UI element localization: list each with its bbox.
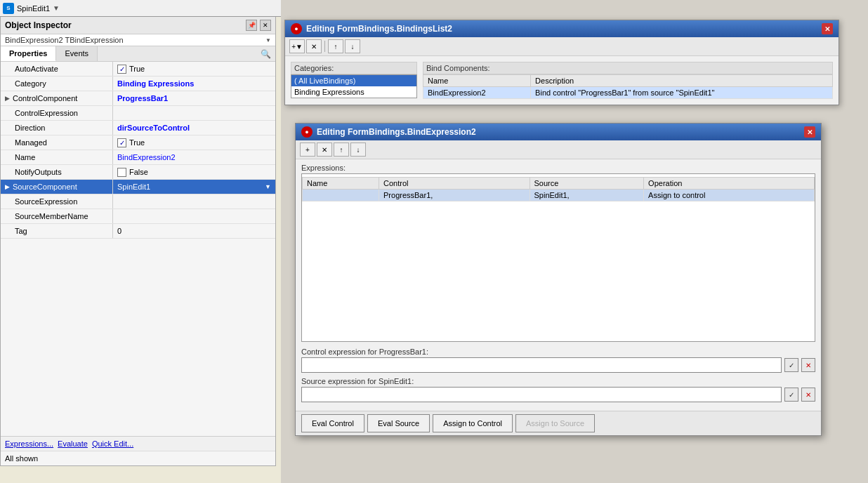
dropdown-arrow-icon: ▼ <box>265 37 271 44</box>
bind-expr-dialog-icon: ● <box>301 126 313 138</box>
prop-val-notifyoutputs[interactable]: False <box>113 166 275 178</box>
prop-row-sourceexpression: SourceExpression <box>1 194 275 209</box>
prop-name-direction: Direction <box>1 121 113 135</box>
prop-row-direction: Direction dirSourceToControl <box>1 121 275 135</box>
bind-col-description: Description <box>531 75 833 87</box>
prop-name-controlcomponent: ▶ControlComponent <box>1 91 113 105</box>
expr-row[interactable]: ProgressBar1, SpinEdit1, Assign to contr… <box>303 190 815 201</box>
bind-expr-titlebar: ● Editing FormBindings.BindExpression2 ✕ <box>296 124 821 140</box>
source-expr-input[interactable] <box>301 387 782 402</box>
bind-expr-dialog: ● Editing FormBindings.BindExpression2 ✕… <box>295 123 822 436</box>
bindings-list-title: Editing FormBindings.BindingsList2 <box>306 24 452 34</box>
categories-panel: Categories: ( All LiveBindings) Binding … <box>291 62 417 99</box>
prop-val-sourceexpression[interactable] <box>113 200 275 203</box>
spinedit-dropdown-arrow[interactable]: ▼ <box>53 4 60 12</box>
toolbar-delete-btn[interactable]: ✕ <box>306 39 322 53</box>
source-expr-cancel-btn[interactable]: ✕ <box>801 388 815 402</box>
prop-val-controlcomponent[interactable]: ProgressBar1 <box>113 93 275 104</box>
prop-name-tag: Tag <box>1 224 113 238</box>
bind-expr-toolbar-up-btn[interactable]: ↑ <box>334 143 349 157</box>
spinedit-icon: S <box>3 3 14 14</box>
prop-name-sourcemembername: SourceMemberName <box>1 209 113 223</box>
control-expr-cancel-btn[interactable]: ✕ <box>801 358 815 372</box>
bind-row[interactable]: BindExpression2 Bind control "ProgressBa… <box>423 87 833 99</box>
close-button[interactable]: ✕ <box>260 20 271 31</box>
object-inspector-controls: 📌 ✕ <box>246 20 271 31</box>
bind-cell-name: BindExpression2 <box>423 87 531 99</box>
control-expr-confirm-btn[interactable]: ✓ <box>784 358 798 372</box>
prop-name-category: Category <box>1 77 113 91</box>
component-dropdown[interactable]: BindExpression2 TBindExpression ▼ <box>1 34 275 46</box>
prop-name-managed: Managed <box>1 135 113 150</box>
autoactivate-checkbox[interactable]: ✓ <box>117 65 126 74</box>
bind-expr-close[interactable]: ✕ <box>804 126 815 138</box>
control-expr-input-row: ✓ ✕ <box>301 357 815 373</box>
bindings-list-close[interactable]: ✕ <box>822 23 833 34</box>
expressions-table: Name Control Source Operation ProgressBa… <box>302 177 815 201</box>
sourcecomponent-dropdown-icon[interactable]: ▼ <box>265 183 271 190</box>
control-expr-input[interactable] <box>301 357 782 373</box>
expressions-link[interactable]: Expressions... <box>5 439 53 448</box>
prop-val-sourcemembername[interactable] <box>113 215 275 218</box>
prop-val-managed[interactable]: ✓ True <box>113 137 275 149</box>
bind-expr-title: Editing FormBindings.BindExpression2 <box>317 127 476 137</box>
bindings-list-icon: ● <box>291 23 302 34</box>
bindings-list-body: Categories: ( All LiveBindings) Binding … <box>285 56 839 105</box>
spindit-toolbar: S SpinEdit1 ▼ <box>0 0 281 17</box>
prop-row-tag: Tag 0 <box>1 224 275 239</box>
bind-components-header: Bind Components: <box>423 62 833 74</box>
inspector-footer: Expressions... Evaluate Quick Edit... <box>1 436 275 451</box>
bind-expr-toolbar-add-btn[interactable]: + <box>300 143 315 157</box>
bind-expr-toolbar-down-btn[interactable]: ↓ <box>350 143 366 157</box>
expr-col-control: Control <box>379 178 530 190</box>
toolbar-down-btn[interactable]: ↓ <box>345 39 360 53</box>
toolbar-add-btn[interactable]: +▼ <box>289 39 305 53</box>
eval-source-button[interactable]: Eval Source <box>367 414 430 432</box>
source-expr-confirm-btn[interactable]: ✓ <box>784 388 798 402</box>
bind-expr-body: Expressions: Name Control Source Operati… <box>296 159 821 411</box>
category-item-binding[interactable]: Binding Expressions <box>291 86 416 98</box>
expr-col-name: Name <box>303 178 379 190</box>
bind-expr-toolbar-delete-btn[interactable]: ✕ <box>317 143 332 157</box>
prop-val-category[interactable]: Binding Expressions <box>113 78 275 89</box>
tab-properties[interactable]: Properties <box>1 46 56 61</box>
expand-icon[interactable]: ▶ <box>5 95 10 102</box>
prop-name-name: Name <box>1 150 113 164</box>
prop-name-sourcecomponent: ▶SourceComponent <box>1 180 113 194</box>
notifyoutputs-checkbox[interactable] <box>117 168 126 177</box>
sourcecomponent-expand-icon[interactable]: ▶ <box>5 183 10 190</box>
expressions-grid: Name Control Source Operation ProgressBa… <box>301 173 815 342</box>
prop-val-direction[interactable]: dirSourceToControl <box>113 122 275 133</box>
assign-source-button[interactable]: Assign to Source <box>515 414 595 432</box>
evaluate-link[interactable]: Evaluate <box>58 439 88 448</box>
prop-val-controlexpression[interactable] <box>113 112 275 114</box>
bind-cell-description: Bind control "ProgressBar1" from source … <box>531 87 833 99</box>
object-inspector-panel: Object Inspector 📌 ✕ BindExpression2 TBi… <box>0 17 276 466</box>
search-icon[interactable]: 🔍 <box>261 49 271 59</box>
prop-val-autoactivate[interactable]: ✓ True <box>113 63 275 75</box>
properties-table: AutoActivate ✓ True Category Binding Exp… <box>1 62 275 436</box>
prop-val-name[interactable]: BindExpression2 <box>113 152 275 163</box>
prop-val-tag[interactable]: 0 <box>113 225 275 237</box>
expr-cell-operation: Assign to control <box>644 190 815 201</box>
quickedit-link[interactable]: Quick Edit... <box>92 439 133 448</box>
tab-events[interactable]: Events <box>56 46 98 61</box>
category-item-alllive[interactable]: ( All LiveBindings) <box>291 75 416 86</box>
bind-expr-footer: Eval Control Eval Source Assign to Contr… <box>296 411 821 435</box>
eval-control-button[interactable]: Eval Control <box>301 414 364 432</box>
search-area: 🔍 <box>256 46 275 61</box>
prop-name-notifyoutputs: NotifyOutputs <box>1 165 113 179</box>
prop-name-sourceexpression: SourceExpression <box>1 194 113 209</box>
expr-cell-name <box>303 190 379 201</box>
inspector-tabs: Properties Events 🔍 <box>1 46 275 62</box>
pin-button[interactable]: 📌 <box>246 20 257 31</box>
expr-cell-source: SpinEdit1, <box>530 190 644 201</box>
toolbar-up-btn[interactable]: ↑ <box>328 39 343 53</box>
prop-row-controlcomponent: ▶ControlComponent ProgressBar1 <box>1 91 275 106</box>
bind-expr-toolbar: + ✕ ↑ ↓ <box>296 140 821 159</box>
prop-val-sourcecomponent[interactable]: SpinEdit1 <box>117 183 150 191</box>
bind-components-panel: Bind Components: Name Description BindEx… <box>423 62 833 99</box>
managed-checkbox[interactable]: ✓ <box>117 138 126 147</box>
assign-to-control-button[interactable]: Assign to Control <box>433 414 513 432</box>
categories-header: Categories: <box>291 62 417 74</box>
